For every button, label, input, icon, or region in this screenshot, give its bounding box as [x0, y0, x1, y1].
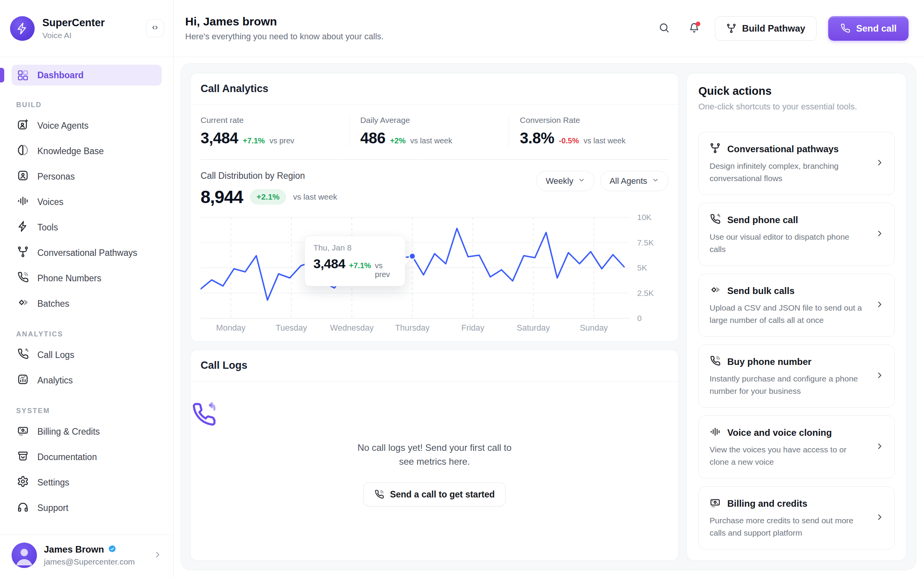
- quick-action-send-bulk-calls[interactable]: Send bulk calls Upload a CSV and JSON fi…: [698, 274, 895, 337]
- sidebar-item-analytics[interactable]: Analytics: [12, 369, 162, 391]
- chevron-down-icon: [652, 176, 659, 186]
- quick-action-description: Design infinitely complex, branching con…: [710, 160, 862, 184]
- sidebar-item-label: Tools: [37, 222, 58, 233]
- sidebar-item-label: Support: [37, 503, 69, 513]
- stat-daily-average: Daily Average 486 +2% vs last week: [349, 116, 509, 147]
- analytics-icon: [17, 373, 29, 388]
- page-subtitle: Here's everything you need to know about…: [185, 32, 383, 42]
- call-logs-empty-state: No call logs yet! Send your first call t…: [191, 381, 678, 529]
- pathways-icon: [726, 23, 737, 34]
- quick-action-title: Send bulk calls: [727, 286, 795, 296]
- batches-icon: [710, 284, 721, 297]
- svg-text:Saturday: Saturday: [517, 323, 550, 333]
- stat-delta: +7.1%: [243, 136, 265, 145]
- active-indicator: [0, 68, 4, 82]
- phone-arcs-icon: [710, 355, 721, 368]
- tools-icon: [17, 220, 29, 235]
- sidebar-item-dashboard[interactable]: Dashboard: [12, 65, 162, 86]
- svg-text:Friday: Friday: [461, 323, 484, 333]
- stats-row: Current rate 3,484 +7.1% vs prev Daily A…: [191, 105, 678, 159]
- sidebar-item-label: Conversational Pathways: [37, 248, 137, 258]
- stat-delta: -0.5%: [559, 136, 579, 145]
- nav-section-label: BUILD: [12, 101, 162, 109]
- sidebar-item-documentation[interactable]: Documentation: [12, 446, 162, 468]
- phone-arcs-icon: [374, 489, 384, 499]
- sidebar-item-label: Analytics: [37, 375, 73, 386]
- quick-action-billing-and-credits[interactable]: Billing and credits Purchase more credit…: [698, 486, 895, 549]
- sidebar-item-batches[interactable]: Batches: [12, 292, 162, 315]
- calls-line-chart[interactable]: 10K7.5K5K2.5K0MondayTuesdayWednesdayThur…: [201, 213, 668, 334]
- sidebar-item-label: Dashboard: [37, 70, 84, 81]
- phone-return-icon: [710, 213, 721, 226]
- sidebar-item-billing-credits[interactable]: Billing & Credits: [12, 420, 162, 443]
- app-name: SuperCenter: [42, 17, 105, 29]
- sidebar-collapse-button[interactable]: [146, 19, 164, 37]
- notifications-button[interactable]: [685, 19, 703, 38]
- chevron-down-icon: [578, 176, 585, 186]
- quick-actions-title: Quick actions: [698, 85, 895, 97]
- sidebar-nav: Dashboard BUILD Voice Agents Knowledge B…: [0, 57, 173, 534]
- sidebar-item-call-logs[interactable]: Call Logs: [12, 344, 162, 366]
- quick-actions-panel: Quick actions One-click shortcuts to you…: [686, 73, 907, 561]
- sidebar-item-personas[interactable]: Personas: [12, 165, 162, 188]
- pathways-icon: [17, 246, 29, 260]
- chevron-right-icon: [875, 442, 884, 452]
- build-pathway-button[interactable]: Build Pathway: [715, 16, 817, 41]
- phone-icon: [840, 23, 850, 34]
- search-button[interactable]: [655, 19, 673, 38]
- sidebar: SuperCenter Voice AI Dashboard BUILD Voi…: [0, 0, 174, 578]
- stat-value: 486: [360, 129, 385, 147]
- sidebar-item-voice-agents[interactable]: Voice Agents: [12, 114, 162, 137]
- collapse-icon: [151, 23, 159, 34]
- sidebar-item-settings[interactable]: Settings: [12, 471, 162, 494]
- sidebar-item-label: Call Logs: [37, 350, 74, 360]
- quick-action-voice-and-voice-cloning[interactable]: Voice and voice cloning View the voices …: [698, 415, 895, 479]
- notification-dot: [696, 22, 700, 26]
- sidebar-item-label: Phone Numbers: [37, 273, 101, 284]
- quick-action-description: Purchase more credits to send out more c…: [710, 514, 862, 539]
- svg-text:0: 0: [637, 314, 642, 323]
- distribution-title: Call Distribution by Region: [201, 171, 337, 181]
- billing-icon: [17, 425, 29, 439]
- quick-action-send-phone-call[interactable]: Send phone call Use our visual editor to…: [698, 203, 895, 266]
- documentation-icon: [17, 450, 29, 464]
- quick-action-conversational-pathways[interactable]: Conversational pathways Design infinitel…: [698, 132, 895, 195]
- phone-return-icon: [191, 402, 678, 428]
- sidebar-item-label: Personas: [37, 171, 75, 182]
- topbar: Hi, James brown Here's everything you ne…: [174, 0, 924, 57]
- sidebar-item-phone-numbers[interactable]: Phone Numbers: [12, 267, 162, 289]
- sidebar-item-label: Documentation: [37, 452, 97, 462]
- sidebar-item-conversational-pathways[interactable]: Conversational Pathways: [12, 242, 162, 264]
- svg-text:2.5K: 2.5K: [637, 289, 654, 297]
- app-tagline: Voice AI: [42, 31, 105, 40]
- support-icon: [17, 501, 29, 515]
- sidebar-item-label: Voice Agents: [37, 121, 89, 131]
- quick-action-title: Conversational pathways: [727, 144, 839, 155]
- period-filter-dropdown[interactable]: Weekly: [536, 171, 594, 191]
- svg-text:Tuesday: Tuesday: [276, 323, 307, 333]
- send-call-button[interactable]: Send call: [828, 16, 909, 41]
- profile-card[interactable]: James Brown james@Supercenter.com: [0, 534, 173, 578]
- sidebar-item-support[interactable]: Support: [12, 497, 162, 519]
- svg-text:Wednesday: Wednesday: [330, 323, 373, 333]
- profile-email: james@Supercenter.com: [44, 557, 135, 566]
- tooltip-date: Thu, Jan 8: [313, 243, 397, 252]
- sidebar-item-tools[interactable]: Tools: [12, 216, 162, 239]
- sidebar-item-voices[interactable]: Voices: [12, 191, 162, 213]
- sidebar-item-knowledge-base[interactable]: Knowledge Base: [12, 140, 162, 162]
- knowledge-base-icon: [17, 144, 29, 158]
- quick-action-description: Upload a CSV and JSON file to send out a…: [710, 302, 862, 326]
- sidebar-item-label: Batches: [37, 299, 69, 309]
- chart-tooltip: Thu, Jan 8 3,484 +7.1% vs prev: [305, 236, 405, 286]
- agent-filter-dropdown[interactable]: All Agents: [600, 171, 668, 191]
- pathways-icon: [710, 143, 721, 155]
- voices-icon: [710, 426, 721, 439]
- page-greeting: Hi, James brown: [185, 15, 383, 28]
- quick-action-buy-phone-number[interactable]: Buy phone number Instantly purchase and …: [698, 344, 895, 408]
- send-call-cta-button[interactable]: Send a call to get started: [363, 482, 506, 506]
- svg-text:5K: 5K: [637, 263, 647, 272]
- nav-sections: BUILD Voice Agents Knowledge Base Person…: [12, 101, 162, 519]
- main-column: Hi, James brown Here's everything you ne…: [174, 0, 924, 578]
- tooltip-delta: +7.1%: [349, 261, 371, 270]
- svg-text:Monday: Monday: [216, 323, 246, 333]
